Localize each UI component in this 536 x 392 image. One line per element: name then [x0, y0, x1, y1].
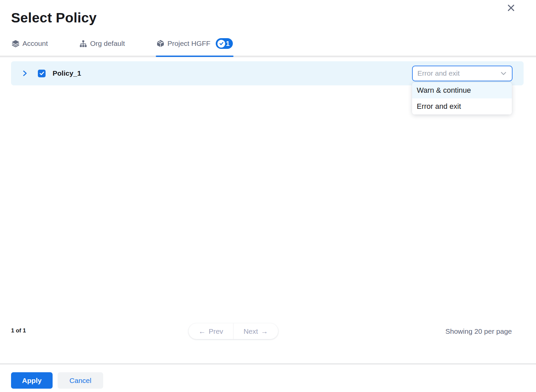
check-circle-icon	[217, 40, 225, 48]
chevron-down-icon	[500, 70, 507, 77]
policy-action-select[interactable]: Error and exit	[412, 66, 513, 81]
pagination-control: ← Prev Next →	[189, 323, 278, 339]
tab-account[interactable]: Account	[11, 37, 49, 56]
tab-project-hgff[interactable]: Project HGFF 1	[156, 37, 233, 56]
close-button[interactable]	[505, 2, 517, 13]
package-icon	[156, 40, 164, 48]
org-chart-icon	[79, 40, 87, 48]
close-icon	[507, 3, 516, 12]
select-value: Error and exit	[417, 69, 460, 77]
expand-chevron-icon[interactable]	[21, 70, 28, 77]
policy-checkbox[interactable]	[38, 70, 46, 77]
cancel-button[interactable]: Cancel	[58, 372, 103, 389]
next-label: Next	[244, 327, 258, 335]
policy-name: Policy_1	[53, 69, 81, 77]
selected-count-badge: 1	[216, 38, 233, 49]
arrow-left-icon: ←	[199, 327, 206, 335]
dropdown-option-error-exit[interactable]: Error and exit	[412, 98, 512, 114]
policy-row: Policy_1 Error and exit	[11, 61, 524, 85]
prev-page-button[interactable]: ← Prev	[189, 323, 233, 339]
apply-button[interactable]: Apply	[11, 372, 53, 389]
scope-tabs: Account Org default	[11, 37, 264, 56]
tab-label: Project HGFF	[168, 40, 210, 48]
next-page-button[interactable]: Next →	[233, 323, 278, 339]
tab-org-default[interactable]: Org default	[79, 37, 126, 56]
tab-label: Org default	[90, 40, 125, 48]
footer-divider	[0, 363, 536, 365]
page-info: 1 of 1	[11, 327, 26, 334]
tab-label: Account	[22, 40, 48, 48]
layers-icon	[12, 40, 19, 48]
tabs-bottom-border	[0, 56, 536, 57]
select-policy-modal: Select Policy Account	[0, 0, 536, 392]
select-dropdown-menu: Warn & continue Error and exit	[412, 82, 512, 114]
badge-count: 1	[226, 40, 229, 48]
dropdown-option-warn-continue[interactable]: Warn & continue	[412, 82, 512, 98]
prev-label: Prev	[209, 327, 223, 335]
arrow-right-icon: →	[261, 327, 268, 335]
page-title: Select Policy	[11, 10, 97, 26]
per-page-info: Showing 20 per page	[446, 327, 512, 335]
